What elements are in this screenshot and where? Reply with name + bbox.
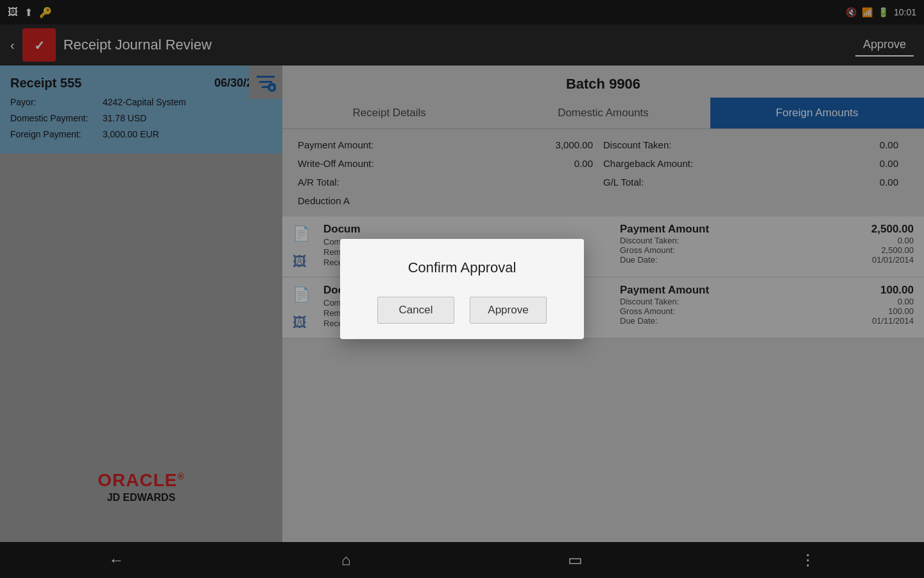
cancel-button[interactable]: Cancel — [377, 297, 454, 324]
modal-buttons: Cancel Approve — [355, 297, 569, 324]
confirm-approval-modal: Confirm Approval Cancel Approve — [340, 239, 584, 339]
modal-title: Confirm Approval — [355, 259, 569, 276]
modal-overlay: Confirm Approval Cancel Approve — [0, 0, 924, 578]
approve-button[interactable]: Approve — [470, 297, 547, 324]
